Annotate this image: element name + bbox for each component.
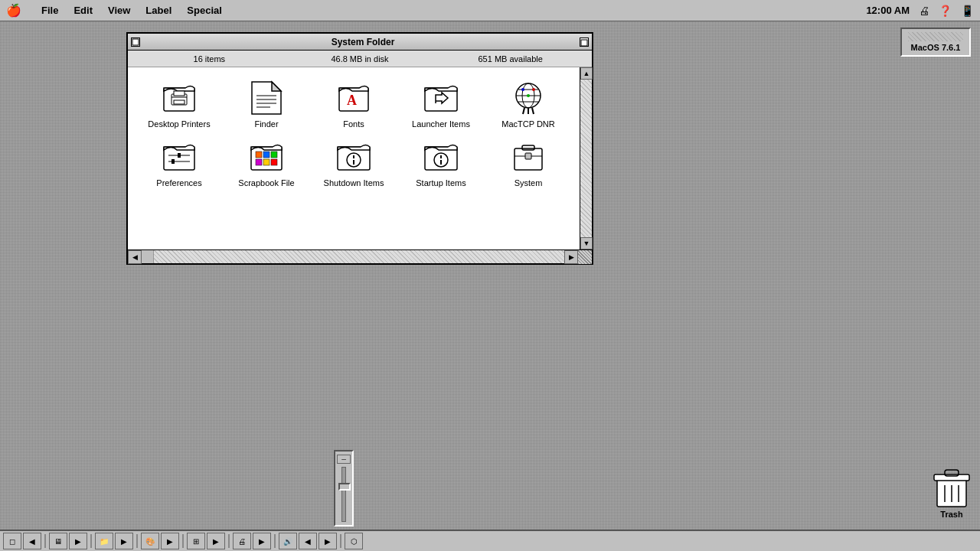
vertical-scrollbar[interactable]: ▲ ▼ bbox=[580, 67, 592, 249]
icon-mactcp-dnr[interactable]: MacTCP DNR bbox=[485, 75, 572, 134]
icon-finder[interactable]: Finder bbox=[223, 75, 310, 134]
scroll-size-indicator bbox=[142, 250, 154, 263]
trash-icon bbox=[933, 467, 971, 510]
icon-desktop-printers[interactable]: Desktop Printers bbox=[136, 75, 223, 134]
device-icon[interactable]: 📱 bbox=[961, 5, 974, 17]
scroll-track-v[interactable] bbox=[580, 80, 592, 237]
svg-line-25 bbox=[532, 108, 534, 114]
taskbar-btn-grid[interactable]: ⊞ bbox=[187, 533, 205, 549]
taskbar-btn-5[interactable]: ▶ bbox=[161, 533, 179, 549]
svg-rect-38 bbox=[271, 159, 277, 165]
taskbar-separator-6 bbox=[274, 534, 276, 548]
horizontal-scrollbar[interactable]: ◀ ▶ bbox=[128, 249, 592, 263]
system-icon bbox=[510, 139, 547, 175]
mactcp-dnr-label: MacTCP DNR bbox=[501, 119, 554, 129]
zoom-button[interactable] bbox=[580, 37, 589, 47]
volume-top-handle[interactable]: ─ bbox=[337, 455, 351, 464]
scroll-up-button[interactable]: ▲ bbox=[580, 67, 593, 80]
menu-edit[interactable]: Edit bbox=[66, 2, 100, 19]
menu-label[interactable]: Label bbox=[138, 2, 179, 19]
svg-rect-50 bbox=[525, 153, 531, 159]
taskbar-btn-3[interactable]: ▶ bbox=[69, 533, 87, 549]
svg-rect-36 bbox=[256, 159, 262, 165]
taskbar-btn-1[interactable]: ◻ bbox=[3, 533, 21, 549]
taskbar-btn-hex[interactable]: ⬡ bbox=[345, 533, 363, 549]
printer-icon[interactable]: 🖨 bbox=[919, 5, 929, 17]
taskbar-btn-8[interactable]: ◀ bbox=[299, 533, 317, 549]
desktop-printers-icon bbox=[161, 80, 198, 116]
menu-view[interactable]: View bbox=[100, 2, 138, 19]
macos-pattern bbox=[908, 32, 963, 41]
svg-rect-34 bbox=[263, 152, 270, 158]
volume-slider-container[interactable]: ─ bbox=[334, 450, 354, 527]
resize-corner[interactable] bbox=[578, 250, 592, 264]
trash-icon-container[interactable]: Trash bbox=[933, 467, 971, 519]
launcher-items-icon bbox=[423, 80, 459, 116]
startup-items-icon bbox=[423, 139, 459, 175]
volume-slider-track[interactable] bbox=[341, 467, 346, 522]
taskbar-btn-color[interactable]: 🎨 bbox=[141, 533, 159, 549]
taskbar-btn-monitor[interactable]: 🖥 bbox=[49, 533, 67, 549]
icon-launcher-items[interactable]: Launcher Items bbox=[397, 75, 485, 134]
svg-rect-29 bbox=[178, 153, 181, 158]
finder-icon bbox=[248, 80, 285, 116]
taskbar-separator-2 bbox=[90, 534, 92, 548]
icon-startup-items[interactable]: Startup Items bbox=[397, 134, 485, 193]
close-button[interactable] bbox=[131, 37, 140, 47]
taskbar-btn-7[interactable]: ▶ bbox=[253, 533, 271, 549]
icon-shutdown-items[interactable]: Shutdown Items bbox=[310, 134, 397, 193]
svg-rect-33 bbox=[256, 152, 262, 158]
taskbar-btn-printer[interactable]: 🖨 bbox=[233, 533, 251, 549]
scroll-right-button[interactable]: ▶ bbox=[564, 250, 578, 264]
icon-fonts[interactable]: A Fonts bbox=[310, 75, 397, 134]
mactcp-dnr-icon bbox=[510, 80, 547, 116]
zoom-icon bbox=[580, 39, 588, 47]
menu-file[interactable]: File bbox=[34, 2, 66, 19]
menubar-right: 12:00 AM 🖨 ❓ 📱 bbox=[866, 5, 974, 17]
fonts-icon: A bbox=[335, 80, 372, 116]
svg-rect-4 bbox=[174, 91, 185, 96]
preferences-icon bbox=[161, 139, 198, 175]
scroll-track-h[interactable] bbox=[154, 250, 564, 263]
menu-special[interactable]: Special bbox=[179, 2, 230, 19]
macos-version-text: MacOS 7.6.1 bbox=[911, 43, 961, 52]
clock: 12:00 AM bbox=[866, 5, 910, 16]
menubar: 🍎 File Edit View Label Special 12:00 AM … bbox=[0, 0, 980, 21]
icon-system[interactable]: System bbox=[485, 134, 572, 193]
taskbar-separator-5 bbox=[228, 534, 230, 548]
icons-area: Desktop Printers bbox=[128, 67, 580, 249]
volume-slider-thumb[interactable] bbox=[338, 483, 351, 491]
close-icon bbox=[132, 38, 139, 46]
taskbar-btn-4[interactable]: ▶ bbox=[115, 533, 133, 549]
svg-marker-8 bbox=[272, 82, 281, 91]
finder-label: Finder bbox=[254, 119, 278, 129]
svg-point-22 bbox=[532, 88, 535, 91]
apple-menu[interactable]: 🍎 bbox=[6, 3, 21, 18]
window-content: Desktop Printers bbox=[128, 67, 592, 249]
icon-scrapbook-file[interactable]: Scrapbook File bbox=[223, 134, 310, 193]
desktop-printers-label: Desktop Printers bbox=[148, 119, 210, 129]
taskbar-btn-6[interactable]: ▶ bbox=[207, 533, 225, 549]
taskbar-btn-folder[interactable]: 📁 bbox=[95, 533, 113, 549]
startup-items-label: Startup Items bbox=[416, 178, 466, 188]
icon-preferences[interactable]: Preferences bbox=[136, 134, 223, 193]
svg-line-24 bbox=[523, 108, 524, 114]
taskbar-btn-volume[interactable]: 🔊 bbox=[279, 533, 297, 549]
taskbar-separator-1 bbox=[44, 534, 46, 548]
taskbar-separator-3 bbox=[136, 534, 138, 548]
help-icon[interactable]: ❓ bbox=[939, 5, 952, 17]
item-count: 16 items bbox=[134, 54, 285, 64]
svg-point-21 bbox=[521, 88, 524, 91]
shutdown-items-icon bbox=[335, 139, 372, 175]
taskbar-btn-2[interactable]: ◀ bbox=[23, 533, 41, 549]
scroll-left-button[interactable]: ◀ bbox=[128, 250, 142, 264]
taskbar-btn-9[interactable]: ▶ bbox=[318, 533, 337, 549]
svg-rect-37 bbox=[263, 159, 270, 165]
shutdown-items-label: Shutdown Items bbox=[324, 178, 384, 188]
system-label: System bbox=[514, 178, 543, 188]
svg-point-23 bbox=[527, 94, 530, 97]
scrapbook-file-label: Scrapbook File bbox=[238, 178, 294, 188]
svg-rect-31 bbox=[172, 159, 175, 164]
scroll-down-button[interactable]: ▼ bbox=[580, 237, 593, 249]
preferences-label: Preferences bbox=[156, 178, 201, 188]
